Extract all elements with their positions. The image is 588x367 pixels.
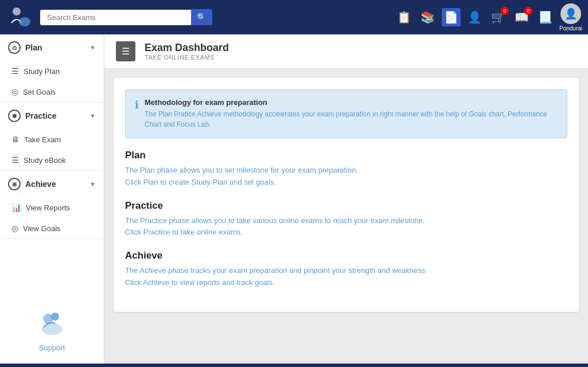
search-input[interactable] xyxy=(40,10,191,25)
info-banner-title: Methodology for exam preparation xyxy=(145,98,558,107)
take-exam-icon: 🖥 xyxy=(11,135,20,144)
svg-point-0 xyxy=(13,7,21,15)
support-icon xyxy=(38,307,67,341)
plan-block-title: Plan xyxy=(125,150,567,161)
plan-line1: The Plan phase allows you to set milesto… xyxy=(125,166,358,174)
cart-badge: 0 xyxy=(501,7,509,15)
info-banner-text: The Plan Pratice Achieve methodology acc… xyxy=(145,109,558,130)
cart-icon-btn[interactable]: 🛒 0 xyxy=(489,8,508,26)
plan-chevron: ▼ xyxy=(89,44,96,51)
achieve-line2: Click Achieve to view reports and track … xyxy=(125,278,275,287)
sidebar-item-view-reports[interactable]: 📊 View Reports xyxy=(0,197,104,218)
support-label: Support xyxy=(39,343,65,352)
sidebar-item-set-goals[interactable]: ◎ Set Goals xyxy=(0,81,104,102)
practice-section: ❋ Practice ▼ 🖥 Take Exam ☰ Study eBook xyxy=(0,103,104,171)
svg-point-4 xyxy=(51,313,59,321)
practice-chevron: ▼ xyxy=(89,112,96,119)
page-subtitle: TAKE ONLINE EXAMS xyxy=(145,54,229,61)
achieve-icon: ⊕ xyxy=(8,178,21,190)
practice-block-title: Practice xyxy=(125,200,567,212)
svg-point-1 xyxy=(19,17,30,26)
content-area: ℹ Methodology for exam preparation The P… xyxy=(104,69,588,364)
view-reports-icon: 📊 xyxy=(11,203,21,212)
search-button[interactable]: 🔍 xyxy=(191,9,212,25)
practice-label: Practice xyxy=(25,111,56,120)
plan-section: ⊙ Plan ▼ ☰ Study Plan ◎ Set Goals xyxy=(0,34,104,103)
page-title-section: Exam Dashboard TAKE ONLINE EXAMS xyxy=(145,42,229,61)
sidebar-item-view-goals[interactable]: ◎ View Goals xyxy=(0,218,104,239)
book2-badge: 0 xyxy=(524,7,532,15)
sidebar: ⊙ Plan ▼ ☰ Study Plan ◎ Set Goals ❋ Prac… xyxy=(0,34,104,364)
book2-icon-btn[interactable]: 📖 0 xyxy=(512,8,531,26)
achieve-section: ⊕ Achieve ▼ 📊 View Reports ◎ View Goals xyxy=(0,171,104,239)
user-name: Pondurai xyxy=(559,25,582,32)
content-card: ℹ Methodology for exam preparation The P… xyxy=(114,78,579,312)
achieve-line1: The Achieve phase tracks your exam prepa… xyxy=(125,266,427,275)
plan-block-text: The Plan phase allows you to set milesto… xyxy=(125,165,567,189)
document-icon-btn[interactable]: 📄 xyxy=(442,8,461,26)
hamburger-button[interactable]: ☰ xyxy=(116,41,135,61)
book-icon-btn[interactable]: 📚 xyxy=(418,8,437,26)
take-exam-label: Take Exam xyxy=(24,135,61,144)
achieve-header[interactable]: ⊕ Achieve ▼ xyxy=(0,171,104,197)
profile-icon-btn[interactable]: 👤 xyxy=(465,8,484,26)
achieve-chevron: ▼ xyxy=(89,181,96,188)
clipboard-icon-btn[interactable]: 📋 xyxy=(395,8,414,26)
plan-icon: ⊙ xyxy=(8,41,21,54)
page-title: Exam Dashboard xyxy=(145,42,229,54)
study-ebook-label: Study eBook xyxy=(24,156,66,165)
practice-block: Practice The Practice phase allows you t… xyxy=(125,200,567,239)
practice-header-left: ❋ Practice xyxy=(8,110,56,122)
page-header: ☰ Exam Dashboard TAKE ONLINE EXAMS xyxy=(104,34,588,69)
practice-line1: The Practice phase allows you to take va… xyxy=(125,216,425,225)
page-icon-btn[interactable]: 📃 xyxy=(536,8,555,26)
info-icon: ℹ xyxy=(135,99,139,130)
achieve-block-text: The Achieve phase tracks your exam prepa… xyxy=(125,265,567,289)
plan-header[interactable]: ⊙ Plan ▼ xyxy=(0,34,104,61)
footer: © Copyright 2016 EPractize Labs Software… xyxy=(0,364,588,367)
practice-block-text: The Practice phase allows you to take va… xyxy=(125,215,567,239)
support-section[interactable]: Support xyxy=(0,296,104,364)
sidebar-item-study-plan[interactable]: ☰ Study Plan xyxy=(0,61,104,81)
avatar: 👤 xyxy=(560,3,581,24)
logo[interactable] xyxy=(6,3,34,32)
plan-header-left: ⊙ Plan xyxy=(8,41,42,54)
view-goals-label: View Goals xyxy=(23,224,61,233)
set-goals-label: Set Goals xyxy=(23,88,56,96)
practice-icon: ❋ xyxy=(8,110,21,122)
set-goals-icon: ◎ xyxy=(11,87,18,96)
plan-label: Plan xyxy=(25,43,42,52)
user-section[interactable]: 👤 Pondurai xyxy=(559,3,582,32)
achieve-label: Achieve xyxy=(25,179,56,189)
main-content: ☰ Exam Dashboard TAKE ONLINE EXAMS ℹ Met… xyxy=(104,34,588,364)
practice-header[interactable]: ❋ Practice ▼ xyxy=(0,103,104,129)
plan-block: Plan The Plan phase allows you to set mi… xyxy=(125,150,567,189)
practice-line2: Click Practice to take online exams. xyxy=(125,228,243,236)
sidebar-item-take-exam[interactable]: 🖥 Take Exam xyxy=(0,129,104,150)
view-goals-icon: ◎ xyxy=(11,224,18,233)
header: 🔍 📋 📚 📄 👤 🛒 0 📖 0 📃 👤 Pondurai xyxy=(0,0,588,34)
header-icons: 📋 📚 📄 👤 🛒 0 📖 0 📃 👤 Pondurai xyxy=(395,3,582,32)
info-banner-content: Methodology for exam preparation The Pla… xyxy=(145,98,558,130)
study-plan-label: Study Plan xyxy=(24,67,60,76)
page-layout: ⊙ Plan ▼ ☰ Study Plan ◎ Set Goals ❋ Prac… xyxy=(0,34,588,364)
info-banner: ℹ Methodology for exam preparation The P… xyxy=(125,89,567,138)
study-ebook-icon: ☰ xyxy=(11,155,19,165)
sidebar-item-study-ebook[interactable]: ☰ Study eBook xyxy=(0,150,104,170)
achieve-block-title: Achieve xyxy=(125,250,567,261)
plan-line2: Click Plan to create Study Plan and set … xyxy=(125,178,276,186)
search-bar: 🔍 xyxy=(40,9,212,25)
achieve-block: Achieve The Achieve phase tracks your ex… xyxy=(125,250,567,289)
study-plan-icon: ☰ xyxy=(11,67,19,76)
achieve-header-left: ⊕ Achieve xyxy=(8,178,56,190)
view-reports-label: View Reports xyxy=(26,204,70,212)
